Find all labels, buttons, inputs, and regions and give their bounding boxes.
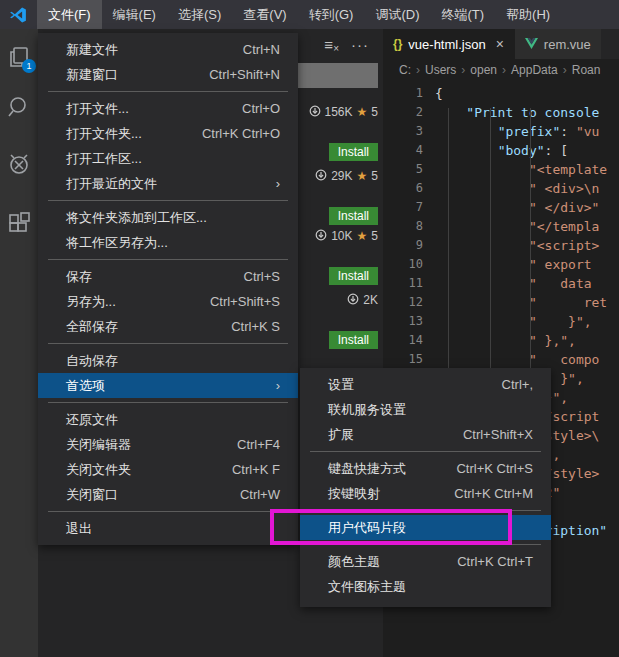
code-line: 11 " data (383, 274, 619, 293)
more-actions-icon[interactable]: ··· (351, 36, 369, 53)
code-line: 6 " <div>\n (383, 179, 619, 198)
menu-item[interactable]: 关闭窗口Ctrl+W (38, 482, 298, 507)
line-number: 11 (383, 274, 435, 293)
breadcrumb-item[interactable]: C: (399, 63, 411, 77)
download-count-icon (309, 105, 321, 120)
breadcrumb-separator-icon: › (563, 63, 567, 77)
menu-divider (310, 451, 541, 452)
code-segment (435, 217, 529, 236)
menu-item[interactable]: 将文件夹添加到工作区... (38, 205, 298, 230)
breadcrumb-item[interactable]: open (470, 63, 497, 77)
menu-item[interactable]: 键盘快捷方式Ctrl+K Ctrl+S (300, 456, 551, 481)
explorer-badge: 1 (22, 59, 36, 73)
menu-item[interactable]: 还原文件 (38, 407, 298, 432)
menubar-item[interactable]: 查看(V) (232, 0, 297, 29)
menu-item[interactable]: 按键映射Ctrl+K Ctrl+M (300, 481, 551, 506)
code-segment: " export (529, 255, 592, 274)
menubar-item[interactable]: 调试(D) (364, 0, 430, 29)
menu-item[interactable]: 打开最近的文件› (38, 171, 298, 196)
menubar: 文件(F)编辑(E)选择(S)查看(V)转到(G)调试(D)终端(T)帮助(H) (37, 0, 561, 29)
install-button[interactable]: Install (329, 331, 378, 349)
menu-item[interactable]: 用户代码片段 (300, 515, 551, 540)
menu-item[interactable]: 设置Ctrl+, (300, 372, 551, 397)
menubar-item[interactable]: 编辑(E) (102, 0, 167, 29)
menu-item-shortcut: Ctrl+K Ctrl+O (202, 126, 280, 141)
code-segment: "</templa (529, 217, 599, 236)
code-segment (435, 236, 529, 255)
debug-icon[interactable] (6, 151, 32, 177)
menu-item[interactable]: 联机服务设置 (300, 397, 551, 422)
menu-item-shortcut: Ctrl+Shift+N (209, 67, 280, 82)
install-button[interactable]: Install (329, 207, 378, 225)
menu-item-label: 关闭编辑器 (66, 436, 131, 454)
menu-item[interactable]: 退出 (38, 516, 298, 541)
code-segment: "vu (576, 122, 599, 141)
line-number: 7 (383, 198, 435, 217)
editor-tab[interactable]: rem.vue (514, 29, 601, 59)
menu-item-shortcut: Ctrl+K Ctrl+T (457, 554, 533, 569)
install-button[interactable]: Install (329, 143, 378, 161)
code-segment: : [ (545, 141, 568, 160)
menu-divider (310, 510, 541, 511)
menu-item[interactable]: 打开工作区... (38, 146, 298, 171)
menu-item[interactable]: 另存为...Ctrl+Shift+S (38, 289, 298, 314)
menu-item[interactable]: 新建窗口Ctrl+Shift+N (38, 62, 298, 87)
explorer-icon[interactable]: 1 (6, 44, 32, 70)
clear-search-icon[interactable]: ≡× (324, 37, 333, 52)
menu-item-label: 联机服务设置 (328, 401, 406, 419)
search-icon[interactable] (6, 94, 32, 120)
menu-item[interactable]: 颜色主题Ctrl+K Ctrl+T (300, 549, 551, 574)
menubar-item[interactable]: 文件(F) (37, 0, 102, 29)
menu-item[interactable]: 将工作区另存为... (38, 230, 298, 255)
line-number: 1 (383, 84, 435, 103)
breadcrumb-item[interactable]: Roan (572, 63, 601, 77)
menu-item-shortcut: Ctrl+Shift+X (463, 427, 533, 442)
menubar-item[interactable]: 选择(S) (167, 0, 232, 29)
menu-item[interactable]: 关闭文件夹Ctrl+K F (38, 457, 298, 482)
line-number: 3 (383, 122, 435, 141)
menu-item[interactable]: 首选项› (38, 373, 298, 398)
line-number: 10 (383, 255, 435, 274)
menu-item[interactable]: 新建文件Ctrl+N (38, 37, 298, 62)
line-number: 9 (383, 236, 435, 255)
menu-item[interactable]: 全部保存Ctrl+K S (38, 314, 298, 339)
menu-divider (48, 511, 288, 512)
line-number: 5 (383, 160, 435, 179)
vue-file-icon (525, 37, 538, 52)
editor-tab[interactable]: {}vue-html.json× (383, 29, 514, 59)
breadcrumb-separator-icon: › (461, 63, 465, 77)
menubar-item[interactable]: 帮助(H) (495, 0, 561, 29)
breadcrumb-item[interactable]: Users (425, 63, 456, 77)
code-segment: : (560, 122, 576, 141)
line-number: 8 (383, 217, 435, 236)
menu-item[interactable]: 打开文件夹...Ctrl+K Ctrl+O (38, 121, 298, 146)
code-segment: " },", (529, 331, 576, 350)
code-line: 2 "Print to console (383, 103, 619, 122)
close-tab-icon[interactable]: × (496, 36, 504, 52)
menu-item[interactable]: 保存Ctrl+S (38, 264, 298, 289)
download-count-icon (315, 229, 327, 244)
install-button[interactable]: Install (329, 267, 378, 285)
menu-item[interactable]: 关闭编辑器Ctrl+F4 (38, 432, 298, 457)
menu-item-shortcut: Ctrl+K S (231, 319, 280, 334)
code-segment (435, 312, 529, 331)
rating-value: 5 (371, 105, 378, 119)
breadcrumb-separator-icon: › (416, 63, 420, 77)
extensions-icon[interactable] (6, 211, 32, 237)
menu-item-label: 设置 (328, 376, 354, 394)
menu-item[interactable]: 自动保存 (38, 348, 298, 373)
menu-item[interactable]: 文件图标主题 (300, 574, 551, 599)
menubar-item[interactable]: 转到(G) (298, 0, 365, 29)
vscode-logo-icon (9, 6, 27, 24)
line-number: 13 (383, 312, 435, 331)
menu-item[interactable]: 扩展Ctrl+Shift+X (300, 422, 551, 447)
menu-item-label: 关闭窗口 (66, 486, 118, 504)
menu-item-label: 用户代码片段 (328, 519, 406, 537)
menubar-item[interactable]: 终端(T) (430, 0, 495, 29)
menu-item[interactable]: 打开文件...Ctrl+O (38, 96, 298, 121)
submenu-chevron-icon: › (276, 378, 280, 393)
code-line: 10 " export (383, 255, 619, 274)
code-segment: "<script> (529, 236, 599, 255)
vscode-window: 文件(F)编辑(E)选择(S)查看(V)转到(G)调试(D)终端(T)帮助(H)… (0, 0, 619, 657)
breadcrumb-item[interactable]: AppData (511, 63, 558, 77)
